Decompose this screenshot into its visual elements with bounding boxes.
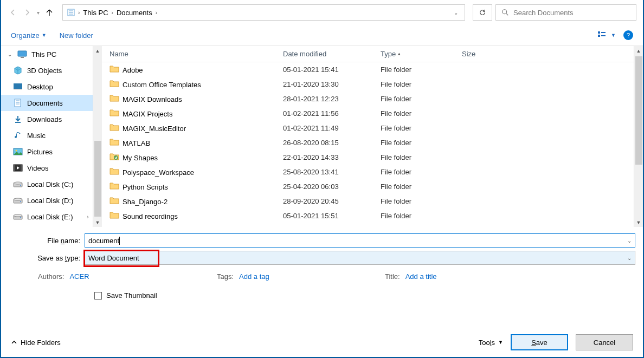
- help-button[interactable]: ?: [623, 30, 633, 40]
- file-name: Adobe: [123, 66, 143, 74]
- table-row[interactable]: MAGIX Projects01-02-2021 11:56File folde…: [102, 106, 643, 121]
- column-type[interactable]: Type▴: [381, 50, 462, 58]
- svg-line-5: [506, 14, 508, 16]
- sidebar-item-label: Desktop: [27, 83, 53, 91]
- file-name: My Shapes: [123, 154, 158, 162]
- search-input[interactable]: Search Documents: [495, 4, 636, 21]
- history-dropdown-icon[interactable]: ▾: [37, 10, 40, 16]
- table-row[interactable]: MATLAB26-08-2020 08:15File folder: [102, 135, 643, 150]
- docs-icon: [13, 99, 23, 107]
- search-icon: [501, 9, 509, 16]
- address-dropdown-icon[interactable]: ⌄: [450, 10, 461, 16]
- folder-icon: [110, 109, 123, 116]
- table-row[interactable]: Custom Office Templates21-01-2020 13:30F…: [102, 77, 643, 92]
- column-size[interactable]: Size: [462, 50, 643, 58]
- authors-value[interactable]: ACER: [69, 272, 89, 281]
- file-type: File folder: [381, 212, 462, 220]
- sidebar-scrollbar[interactable]: ▲ ▼: [93, 46, 102, 227]
- new-folder-button[interactable]: New folder: [60, 31, 93, 40]
- folder-icon: [110, 80, 123, 87]
- save-button[interactable]: Save: [511, 334, 568, 350]
- svg-rect-13: [14, 89, 22, 90]
- title-value[interactable]: Add a title: [405, 272, 437, 281]
- file-type: File folder: [381, 80, 462, 88]
- svg-rect-11: [21, 57, 24, 58]
- dropdown-icon[interactable]: ⌄: [627, 255, 632, 261]
- chevron-right-icon[interactable]: ›: [156, 10, 157, 16]
- folder-icon: [110, 138, 123, 146]
- sidebar-item-downloads[interactable]: Downloads: [1, 111, 102, 127]
- authors-label: Authors:: [38, 272, 64, 281]
- forward-button[interactable]: [22, 7, 33, 18]
- table-row[interactable]: Adobe05-01-2021 15:41File folder: [102, 62, 643, 77]
- folder-icon: [110, 182, 123, 190]
- svg-rect-10: [18, 51, 27, 56]
- sidebar-item-3d-objects[interactable]: 3D Objects: [1, 62, 102, 79]
- table-row[interactable]: Sound recordings05-01-2021 15:51File fol…: [102, 209, 643, 223]
- save-type-select[interactable]: Word Document ⌄: [85, 251, 635, 265]
- sidebar-item-videos[interactable]: Videos: [1, 160, 102, 176]
- svg-rect-6: [598, 31, 600, 34]
- column-headers: Name Date modified Type▴ Size: [102, 46, 643, 62]
- table-row[interactable]: MAGIX_MusicEditor01-02-2021 11:49File fo…: [102, 121, 643, 135]
- file-name-input[interactable]: document ⌄: [85, 233, 635, 248]
- file-list: Name Date modified Type▴ Size Adobe05-01…: [102, 46, 643, 227]
- column-name[interactable]: Name: [110, 50, 283, 58]
- sidebar-item-this-pc[interactable]: ⌄This PC: [1, 46, 102, 62]
- table-row[interactable]: Python Scripts25-04-2020 06:03File folde…: [102, 179, 643, 194]
- chevron-right-icon[interactable]: ›: [112, 10, 113, 16]
- svg-point-4: [503, 10, 507, 14]
- sidebar-item-local-disk-c-[interactable]: Local Disk (C:): [1, 176, 102, 192]
- sidebar-item-label: Local Disk (E:): [27, 213, 73, 221]
- breadcrumb-documents[interactable]: Documents: [115, 9, 153, 17]
- scroll-up-icon[interactable]: ▲: [634, 46, 643, 55]
- sidebar-item-local-disk-e-[interactable]: Local Disk (E:)›: [1, 209, 102, 225]
- pc-icon: [17, 50, 27, 58]
- address-bar[interactable]: › This PC › Documents › ⌄: [62, 4, 465, 21]
- tags-value[interactable]: Add a tag: [239, 272, 269, 281]
- view-options-button[interactable]: ▼: [598, 31, 616, 40]
- folder-icon: [110, 94, 123, 102]
- 3d-icon: [13, 66, 23, 75]
- file-type: File folder: [381, 183, 462, 191]
- scroll-up-icon[interactable]: ▲: [93, 46, 102, 55]
- cancel-button[interactable]: Cancel: [576, 334, 633, 350]
- disk-icon: [13, 180, 23, 188]
- file-type: File folder: [381, 66, 462, 74]
- table-row[interactable]: Sha_Django-228-09-2020 20:45File folder: [102, 194, 643, 209]
- folder-icon: [110, 197, 123, 204]
- sidebar-item-local-disk-d-[interactable]: Local Disk (D:): [1, 192, 102, 209]
- sidebar-item-documents[interactable]: Documents: [1, 95, 102, 111]
- back-button[interactable]: [8, 7, 18, 18]
- tools-menu[interactable]: Tools▼: [479, 339, 503, 347]
- save-thumbnail-checkbox[interactable]: [94, 292, 102, 300]
- column-date[interactable]: Date modified: [283, 50, 381, 58]
- chevron-right-icon[interactable]: ›: [78, 10, 80, 16]
- refresh-button[interactable]: [473, 4, 492, 21]
- breadcrumb-this-pc[interactable]: This PC: [82, 9, 109, 17]
- table-row[interactable]: Polyspace_Workspace25-08-2020 13:41File …: [102, 165, 643, 179]
- sidebar-item-pictures[interactable]: Pictures: [1, 144, 102, 160]
- svg-rect-14: [15, 99, 21, 107]
- file-date: 26-08-2020 08:15: [283, 139, 381, 147]
- hide-folders-button[interactable]: Hide Folders: [11, 339, 61, 347]
- save-thumbnail-label[interactable]: Save Thumbnail: [106, 291, 157, 300]
- scroll-down-icon[interactable]: ▼: [634, 218, 643, 227]
- table-row[interactable]: My Shapes22-01-2020 14:33File folder: [102, 150, 643, 165]
- main-area: ⌄This PC3D ObjectsDesktopDocumentsDownlo…: [1, 46, 643, 227]
- dropdown-icon[interactable]: ⌄: [627, 238, 632, 244]
- sidebar-item-music[interactable]: Music: [1, 127, 102, 144]
- table-row[interactable]: MAGIX Downloads28-01-2021 12:23File fold…: [102, 92, 643, 106]
- file-date: 22-01-2020 14:33: [283, 153, 381, 161]
- command-bar: Organize▼ New folder ▼ ?: [1, 25, 643, 46]
- up-button[interactable]: [44, 7, 55, 18]
- title-label: Title:: [385, 272, 400, 281]
- file-date: 01-02-2021 11:56: [283, 109, 381, 118]
- organize-menu[interactable]: Organize▼: [11, 31, 47, 40]
- file-date: 05-01-2021 15:41: [283, 66, 381, 74]
- sidebar-item-desktop[interactable]: Desktop: [1, 79, 102, 95]
- scroll-down-icon[interactable]: ▼: [93, 218, 102, 227]
- filelist-scrollbar[interactable]: ▲ ▼: [634, 46, 643, 227]
- file-name: MAGIX Projects: [123, 110, 172, 118]
- file-name: Polyspace_Workspace: [123, 168, 194, 177]
